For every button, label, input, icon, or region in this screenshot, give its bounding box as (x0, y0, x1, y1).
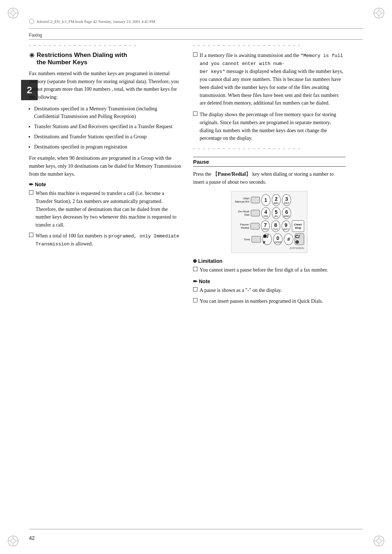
checkbox-icon (29, 233, 33, 237)
kp-start-manual-btn (251, 197, 260, 203)
bottom-rule (29, 529, 363, 529)
checkbox-icon (193, 111, 197, 116)
dots-separator-top-right: • • • • • • • • • • • • • • • • • • • • … (193, 43, 346, 49)
top-rule (29, 28, 363, 29)
corner-decoration-tl (7, 7, 20, 20)
pencil-icon: ✏ (29, 182, 33, 187)
kp-tone-btn (252, 236, 261, 243)
note-item-1-text: When this machine is requested to transf… (36, 190, 181, 229)
note-block-right: ✏ Note A pause is shown as a "-" on the … (193, 278, 346, 305)
keypad-row-3: Tone ✱/× 0OPER # C/⊗ (234, 233, 304, 245)
meta-text: AdonisC2_EN_b-f_FM.book Page 42 Tuesday,… (36, 19, 155, 24)
left-column: • • • • • • • • • • • • • • • • • • • • … (29, 43, 181, 309)
svg-point-19 (377, 539, 381, 543)
keypad-model-label: ZDPS990N (234, 247, 304, 250)
checkbox-icon (29, 190, 33, 195)
dots-separator-top-left: • • • • • • • • • • • • • • • • • • • • … (29, 43, 181, 49)
pencil-icon-right: ✏ (193, 278, 197, 284)
kp-btn-7: 7PRS (261, 220, 270, 232)
note-item-2-text: When a total of 100 fax numbers is progr… (36, 232, 179, 248)
checkbox-icon (193, 267, 197, 271)
kp-btn-hash: # (284, 233, 293, 245)
note2-item-2: You can insert pauses in numbers program… (193, 297, 346, 305)
kp-pause-btn (250, 223, 259, 229)
kp-btn-6: 6MNO (282, 207, 291, 219)
corner-decoration-bl (7, 534, 20, 547)
kp-btn-0: 0OPER (273, 233, 283, 245)
kp-clear-stop-btn: Clear/Stop (292, 220, 304, 232)
note2-item-2-text: You can insert pauses in numbers program… (200, 297, 323, 305)
section-rule (29, 39, 363, 40)
title-line2: the Number Keys (37, 59, 87, 66)
right-note-block: If a memory file is awaiting transmissio… (193, 52, 346, 142)
limitation-item-1: You cannot insert a pause before the fir… (193, 266, 346, 274)
title-line1: Restrictions When Dialing with (37, 52, 127, 58)
kp-label-on-hook: On Hook Dial (234, 210, 249, 217)
top-meta-bar: AdonisC2_EN_b-f_FM.book Page 42 Tuesday,… (29, 19, 363, 24)
kp-label-start-manual: Start Manual RX (234, 197, 249, 204)
checkbox-icon (193, 298, 197, 302)
checkbox-icon (193, 287, 197, 292)
bullet-list: Destinations specified in a Memory Trans… (34, 105, 181, 151)
pause-section: Pause Press the 【Pause/Redial】 key when … (193, 157, 346, 305)
keypad-row-2: Pause/Redial 7PRS 8TUV 9WXY Clear/Stop (234, 220, 304, 232)
corner-decoration-br (372, 534, 385, 547)
body-paragraph-1: Fax numbers entered with the number keys… (29, 70, 181, 101)
note2-item-1-text: A pause is shown as a "-" on the display… (200, 286, 282, 294)
kp-btn-2: 2ABC (272, 194, 281, 206)
note2-label: Note (199, 278, 210, 284)
mono-text: programed, only ImmediateTransmission (36, 233, 179, 247)
note-title-right: ✏ Note (193, 278, 346, 284)
page-number: 42 (29, 535, 35, 541)
checkbox-icon (193, 52, 197, 57)
svg-point-1 (11, 11, 15, 15)
two-column-layout: • • • • • • • • • • • • • • • • • • • • … (29, 43, 363, 309)
svg-point-7 (377, 11, 381, 15)
kp-btn-star: ✱/× (262, 233, 272, 245)
kp-btn-1: 1 (261, 194, 270, 206)
right-note-item-2: The display shows the percentage of free… (193, 111, 346, 142)
meta-circle-icon (29, 19, 34, 24)
right-note-item-1: If a memory file is awaiting transmissio… (193, 52, 346, 107)
kp-btn-9: 9WXY (282, 220, 290, 232)
section-title-text: Restrictions When Dialing with the Numbe… (37, 52, 127, 66)
keypad-diagram: Start Manual RX 1 2ABC 3DEF On Hook Dial (231, 191, 307, 253)
list-item: Transfer Stations and End Receivers spec… (34, 123, 181, 131)
note-label: Note (35, 182, 46, 187)
pause-key-label: Pause/Redial (218, 171, 246, 177)
kp-c-btn: C/⊗ (295, 233, 304, 245)
kp-label-pause-redial: Pause/Redial (234, 223, 249, 230)
sun-icon: ✳ (29, 52, 34, 60)
main-content: • • • • • • • • • • • • • • • • • • • • … (29, 43, 363, 525)
kp-btn-5: 5JKL (272, 207, 281, 219)
kp-label-tone: Tone (234, 238, 250, 241)
limitation-item-1-text: You cannot insert a pause before the fir… (200, 266, 328, 274)
note2-item-1: A pause is shown as a "-" on the display… (193, 286, 346, 294)
keypad-row-1: On Hook Dial 4GHI 5JKL 6MNO (234, 207, 304, 219)
limitation-label: Limitation (198, 258, 222, 264)
svg-point-13 (11, 539, 15, 543)
note-item-2: When a total of 100 fax numbers is progr… (29, 232, 181, 248)
limitation-title: Limitation (193, 258, 346, 264)
pause-heading: Pause (193, 157, 346, 167)
page: AdonisC2_EN_b-f_FM.book Page 42 Tuesday,… (0, 0, 392, 554)
note-block-left: ✏ Note When this machine is requested to… (29, 182, 181, 248)
kp-on-hook-btn (251, 210, 260, 216)
pause-body-text: Press the 【Pause/Redial】 key when dialin… (193, 170, 346, 186)
limitation-block: Limitation You cannot insert a pause bef… (193, 258, 346, 274)
kp-btn-8: 8TUV (271, 220, 280, 232)
section-title: ✳ Restrictions When Dialing with the Num… (29, 52, 181, 66)
kp-btn-4: 4GHI (261, 207, 270, 219)
right-column: • • • • • • • • • • • • • • • • • • • • … (193, 43, 346, 309)
section-header: Faxing (29, 33, 42, 38)
right-note-item-2-text: The display shows the percentage of free… (200, 111, 346, 142)
note-item-1: When this machine is requested to transf… (29, 190, 181, 229)
list-item: Destinations specified in a Memory Trans… (34, 105, 181, 121)
list-item: Destinations and Transfer Stations speci… (34, 133, 181, 141)
body-paragraph-2: For example, when 90 destinations are pr… (29, 154, 181, 178)
mono-text-1: "Memory is fulland you cannot enter with… (200, 53, 343, 74)
right-note-item-1-text: If a memory file is awaiting transmissio… (200, 52, 346, 107)
kp-btn-3: 3DEF (282, 194, 291, 206)
keypad-diagram-container: Start Manual RX 1 2ABC 3DEF On Hook Dial (193, 191, 346, 253)
list-item: Destinations specified in program regist… (34, 143, 181, 151)
